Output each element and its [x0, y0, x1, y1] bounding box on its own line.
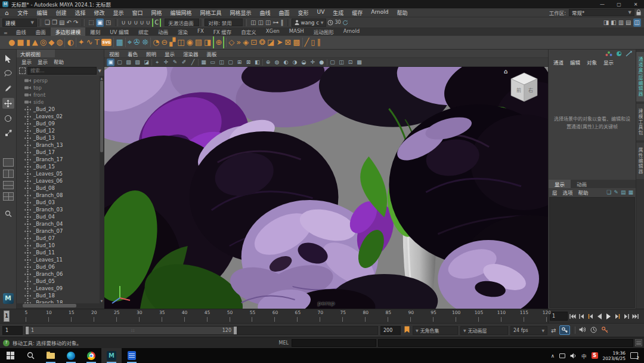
layer-menu-item[interactable]: 帮助 [578, 189, 589, 196]
script-editor-icon[interactable] [635, 339, 642, 346]
selection-filter-icon[interactable] [19, 67, 26, 74]
shelf-icon[interactable] [76, 38, 76, 47]
layer-action-icon[interactable]: ▦ [628, 189, 633, 195]
rgb-channels-icon[interactable] [605, 51, 612, 57]
menu-item[interactable]: 编辑网格 [166, 9, 196, 17]
viewport-toolbar-icon[interactable]: ⊡ [346, 59, 354, 66]
viewport-toolbar-icon[interactable]: ⊕ [264, 59, 272, 66]
sidebar-toggle-icon[interactable]: ◨ [603, 19, 609, 27]
viewport-toolbar-icon[interactable]: ◒ [300, 59, 308, 66]
viewport-toolbar-icon[interactable] [262, 59, 263, 66]
outliner-object-row[interactable]: _Bud_09 [17, 120, 104, 127]
outliner-object-row[interactable]: _Bud_05 [17, 278, 104, 285]
menu-item[interactable]: 网格显示 [226, 9, 256, 17]
layer-action-icon[interactable]: ✎ [614, 189, 618, 195]
channel-box-menu-item[interactable]: 通道 [553, 59, 564, 66]
close-button[interactable]: ✕ [627, 2, 644, 7]
start-button[interactable] [0, 348, 20, 363]
ime-indicator[interactable]: 中 [581, 352, 587, 359]
channel-box-menu-item[interactable]: 编辑 [570, 59, 580, 66]
outliner-object-row[interactable]: _Branch_04 [17, 220, 104, 227]
viewport-toolbar-icon[interactable]: ▢ [227, 59, 234, 66]
render-icon[interactable]: ◫ [258, 19, 264, 27]
snap-magnet-icon[interactable]: ∪ [122, 19, 126, 27]
outliner-object-row[interactable]: _Bud_11 [17, 249, 104, 256]
file-action-icon[interactable]: ↶ [66, 19, 71, 27]
sidebar-toggle-icon[interactable]: ◧ [611, 19, 616, 27]
layout-two-pane-button[interactable] [3, 170, 14, 178]
layout-four-pane-button[interactable] [3, 192, 14, 201]
home-icon[interactable]: ⌂ [0, 10, 13, 16]
range-end-handle[interactable] [234, 327, 237, 334]
rotate-tool[interactable] [2, 113, 14, 124]
snap-magnet-icon[interactable]: ∪ [134, 19, 138, 27]
shelf-icon[interactable]: ❊ [142, 36, 148, 48]
menu-set-dropdown[interactable]: 建模▼ [2, 19, 37, 27]
mel-output-field[interactable] [378, 339, 633, 347]
divider[interactable] [115, 19, 118, 26]
anim-prefs-key-icon[interactable] [600, 327, 609, 334]
menu-item[interactable]: 修改 [89, 9, 109, 17]
audio-icon[interactable] [578, 327, 587, 334]
shelf-icon[interactable]: ▯ [311, 36, 315, 48]
layer-editor-tab[interactable]: 显示 [549, 180, 571, 188]
viewport-toolbar-icon[interactable]: ▨ [134, 59, 141, 66]
shelf-icon[interactable]: ◆ [48, 36, 54, 48]
shelf-icon[interactable]: ⊕ [213, 36, 224, 48]
outliner-vertical-scrollbar[interactable]: ▲ ▼ [100, 76, 104, 303]
outliner-object-row[interactable]: _Bud_03 [17, 199, 104, 206]
clock-icon[interactable] [327, 20, 333, 26]
viewport-toolbar-icon[interactable]: ⌖ [153, 59, 161, 66]
mel-input-field[interactable] [292, 339, 376, 347]
shelf-icon[interactable]: ▩ [293, 36, 300, 48]
viewport-menu-item[interactable]: 视图 [109, 50, 119, 57]
viewport-toolbar-icon[interactable]: ▭ [209, 59, 216, 66]
viewport-toolbar-icon[interactable]: ✛ [309, 59, 317, 66]
menu-item[interactable]: 选择 [70, 9, 89, 17]
shelf-icon[interactable]: ⊖ [161, 36, 168, 48]
document-app-icon[interactable] [122, 348, 142, 363]
layer-action-icon[interactable]: ❏ [606, 189, 611, 195]
selection-mode-icon[interactable]: ⬚ [88, 19, 94, 27]
sidebar-toggle-icon[interactable]: ▥ [618, 19, 624, 27]
outliner-camera-row[interactable]: persp [17, 77, 104, 84]
outliner-object-row[interactable]: _Leaves_02 [17, 113, 104, 120]
menu-item[interactable]: 显示 [109, 9, 128, 17]
play-forward-button[interactable] [604, 312, 612, 321]
viewcube-home-icon[interactable]: ⌂ [504, 68, 507, 75]
shelf-icon[interactable] [125, 38, 126, 47]
viewport-toolbar-icon[interactable]: ╱ [189, 59, 197, 66]
view-cube[interactable]: 前 右 [509, 72, 540, 105]
viewport-menu-item[interactable]: 面板 [207, 50, 217, 57]
outliner-object-row[interactable]: _Branch_03 [17, 206, 104, 213]
minimize-button[interactable]: — [594, 2, 611, 7]
scale-tool[interactable] [2, 128, 14, 139]
viewport-toolbar-icon[interactable]: ◑ [291, 59, 299, 66]
snap-magnet-icon[interactable]: ∪ [128, 19, 132, 27]
viewport-menu-item[interactable]: 着色 [128, 50, 138, 57]
workspace-dropdown[interactable]: 常规* ▼ [569, 9, 634, 16]
taskbar-clock[interactable]: 19:36 2023/6/25 [603, 350, 626, 361]
render-icon[interactable]: ◫ [265, 19, 271, 27]
layer-menu-item[interactable]: 选项 [563, 189, 573, 196]
snap-magnet-icon[interactable]: ∪ [146, 19, 150, 27]
viewport-toolbar-icon[interactable]: ◐ [282, 59, 290, 66]
render-icon[interactable]: ⊶ [273, 19, 279, 27]
outliner-object-row[interactable]: _Bud_08 [17, 184, 104, 192]
next-key-button[interactable] [622, 312, 630, 321]
divider[interactable] [287, 19, 290, 26]
shelf-icon[interactable] [150, 38, 151, 47]
shelf-icon[interactable]: ▮ [26, 36, 30, 48]
shelf-icon[interactable]: ◨ [204, 36, 211, 48]
snap-magnet-icon[interactable]: ∪ [140, 19, 144, 27]
character-set-dropdown[interactable]: ▼无角色集 [413, 326, 458, 335]
auto-keyframe-toggle[interactable] [559, 325, 570, 335]
outliner-object-row[interactable]: _Leaves_09 [17, 285, 104, 292]
shelf-icon[interactable]: ◎ [40, 36, 47, 48]
shelf-icon[interactable]: ➤ [276, 36, 283, 48]
menu-item[interactable]: 帮助 [392, 9, 411, 17]
outliner-object-row[interactable]: _Bud_10 [17, 242, 104, 249]
layout-single-button[interactable] [3, 158, 14, 167]
sync-icon[interactable] [342, 20, 348, 26]
divider[interactable] [572, 327, 575, 334]
